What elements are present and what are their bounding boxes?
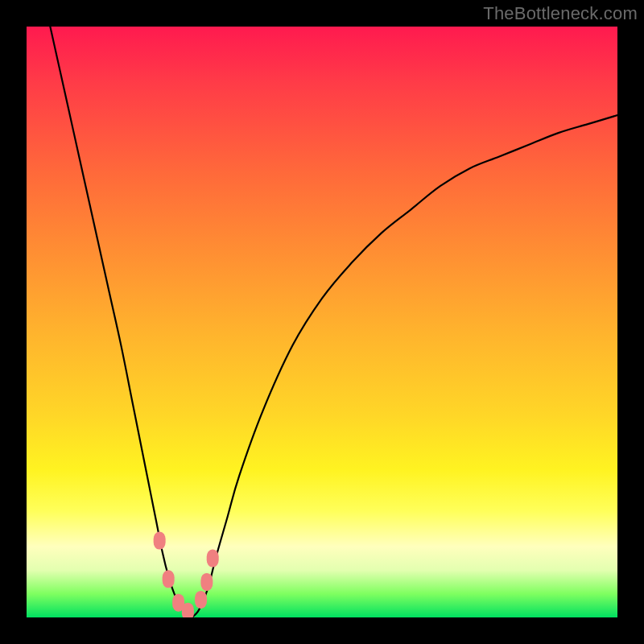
watermark-text: TheBottleneck.com [483,3,638,24]
curve-right-branch [192,115,617,617]
curve-left-branch [50,27,192,617]
curve-layer [27,27,617,617]
marker-dot [200,573,213,591]
highlight-markers [154,532,219,617]
marker-dot [154,532,166,550]
marker-dot [163,570,175,588]
marker-dot [182,603,194,617]
chart-frame: TheBottleneck.com [0,0,644,644]
plot-area [27,27,617,617]
marker-dot [195,591,207,609]
marker-dot [207,550,219,568]
